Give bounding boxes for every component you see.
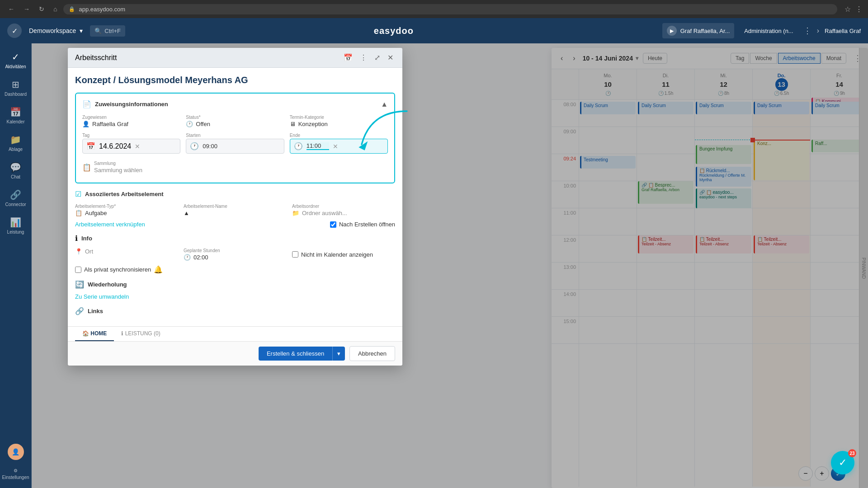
workspace-selector[interactable]: Demoworkspace ▾ [29, 27, 83, 34]
starten-input[interactable] [203, 143, 225, 150]
field-typ: Arbeitselement-Typ* 📋 Aufgabe [75, 204, 178, 216]
repeat-icon: 🔄 [75, 280, 84, 289]
serie-btn[interactable]: Zu Serie umwandeln [75, 293, 129, 300]
assoc-header: ☑ Assoziiertes Arbeitselement [75, 190, 395, 198]
tab-leistung[interactable]: ℹ LEISTUNG (0) [114, 327, 167, 341]
status-value: 🕐 Offen [186, 121, 284, 127]
dialog-more-btn[interactable]: ⋮ [358, 52, 369, 63]
tag-value: 14.6.2024 [99, 142, 131, 150]
date-clear-btn[interactable]: ✕ [135, 143, 140, 150]
leistung-icon: 📊 [10, 217, 21, 228]
assoc-title: Assoziiertes Arbeitselement [85, 191, 164, 197]
dialog-header-actions: 📅 ⋮ ⤢ ✕ [342, 52, 395, 63]
header-chevron: › [817, 27, 819, 35]
lock-icon: 🔒 [69, 6, 75, 12]
sidebar-item-kalender-label: Kalender [6, 119, 24, 124]
kalender-label: Nicht im Kalender anzeigen [301, 251, 373, 258]
info-header: ℹ Info [75, 234, 395, 243]
chat-icon: 💬 [10, 162, 21, 173]
sidebar-item-ablage[interactable]: 📁 Ablage [2, 130, 29, 156]
app-search[interactable]: 🔍 Ctrl+F [90, 25, 125, 37]
person-icon: 👤 [82, 121, 90, 127]
browser-star[interactable]: ☆ [844, 5, 851, 14]
erstellen-arrow-btn[interactable]: ▾ [332, 347, 345, 361]
dialog-header: Arbeitsschritt 📅 ⋮ ⤢ ✕ [68, 48, 402, 68]
starten-field[interactable]: 🕐 [186, 139, 284, 154]
fab-container: ✓ 23 [831, 451, 854, 474]
assoc-section: ☑ Assoziiertes Arbeitselement Arbeitsele… [75, 190, 395, 228]
link-btn[interactable]: Arbeitselement verknüpfen [75, 221, 145, 228]
header-username: Raffaella Graf [825, 28, 861, 34]
sync-checkbox[interactable] [75, 267, 81, 273]
sidebar-item-chat[interactable]: 💬 Chat [2, 157, 29, 184]
kalender-row: Nicht im Kalender anzeigen [292, 248, 395, 261]
sidebar-item-dashboard-label: Dashboard [5, 92, 27, 97]
ende-input[interactable] [307, 142, 329, 150]
sidebar-item-leistung[interactable]: 📊 Leistung [2, 212, 29, 239]
sync-row: Als privat synchronisieren 🔔 [75, 265, 395, 274]
info-title: Info [81, 235, 92, 242]
settings-label: Einstellungen [2, 475, 29, 480]
ordner-label: Arbeitsordner [292, 204, 395, 209]
sidebar-settings[interactable]: ⚙ Einstellungen [0, 465, 32, 483]
triangle-icon: ▲ [184, 210, 189, 216]
browser-back[interactable]: ← [5, 4, 17, 14]
sync-label: Als privat synchronisieren [84, 266, 151, 273]
browser-menu[interactable]: ⋮ [855, 5, 863, 14]
dialog-expand-btn[interactable]: ⤢ [373, 52, 382, 63]
header-user-label: Graf Raffaella, Ar... [680, 28, 730, 34]
date-field[interactable]: 📅 14.6.2024 ✕ [82, 139, 180, 154]
field-ende: Ende 🕐 ✕ [290, 133, 388, 154]
header-more-btn[interactable]: ⋮ [803, 26, 811, 36]
erstellen-btn[interactable]: Erstellen & schliessen [259, 347, 332, 361]
sidebar-item-dashboard[interactable]: ⊞ Dashboard [2, 75, 29, 101]
user-avatar[interactable]: 👤 [8, 444, 24, 460]
typ-label: Arbeitselement-Typ* [75, 204, 178, 209]
zugewiesen-label: Zugewiesen [82, 115, 180, 120]
section-collapse-btn[interactable]: ▲ [381, 100, 388, 108]
dialog-close-btn[interactable]: ✕ [386, 52, 395, 63]
sidebar-bottom: 👤 ⚙ Einstellungen [0, 444, 32, 488]
main-layout: ✓ Aktivitäten ⊞ Dashboard 📅 Kalender 📁 A… [0, 43, 868, 488]
sidebar-item-connector[interactable]: 🔗 Connector [2, 185, 29, 211]
browser-forward[interactable]: → [21, 4, 33, 14]
play-icon: ▶ [667, 26, 677, 36]
sidebar-item-connector-label: Connector [5, 202, 26, 207]
dialog-calendar-btn[interactable]: 📅 [342, 52, 354, 63]
home-icon: 🏠 [82, 330, 89, 337]
dialog-main-title: Konzept / Lösungsmodel Meyerhans AG [75, 75, 395, 85]
header-user-btn[interactable]: ▶ Graf Raffaella, Ar... [662, 23, 735, 38]
dashboard-icon: ⊞ [12, 79, 19, 90]
connector-icon: 🔗 [10, 189, 21, 200]
status-label: Status* [186, 115, 284, 120]
abbrechen-btn[interactable]: Abbrechen [349, 346, 395, 361]
sidebar-item-aktivitaeten[interactable]: ✓ Aktivitäten [2, 47, 29, 74]
settings-icon: ⚙ [14, 468, 18, 473]
links-title: Links [88, 308, 103, 314]
kalender-checkbox[interactable] [292, 251, 298, 258]
app-title: easydoo [132, 26, 655, 36]
ende-field[interactable]: 🕐 ✕ [290, 139, 388, 154]
checkbox-icon: ☑ [75, 190, 81, 198]
starten-label: Starten [186, 133, 284, 138]
fab-button[interactable]: ✓ 23 [831, 451, 854, 474]
sammlung-value[interactable]: Sammlung wählen [94, 167, 142, 174]
header-admin-btn[interactable]: Administration (n... [740, 25, 797, 37]
browser-bar: ← → ↻ ⌂ 🔒 app.easydoo.com ☆ ⋮ [0, 0, 868, 18]
sidebar-item-kalender[interactable]: 📅 Kalender [2, 102, 29, 129]
field-ordner: Arbeitsordner 📁 Ordner auswäh... [292, 204, 395, 216]
browser-home[interactable]: ⌂ [51, 4, 60, 14]
field-tag: Tag 📅 14.6.2024 ✕ [82, 133, 180, 154]
task-icon: 📋 [75, 210, 82, 216]
nach-erstellen-label: Nach Erstellen öffnen [339, 221, 395, 228]
name-value: ▲ [184, 210, 287, 216]
browser-address-bar[interactable]: 🔒 app.easydoo.com [63, 4, 837, 14]
ende-clear-btn[interactable]: ✕ [333, 143, 338, 150]
field-sammlung: 📋 Sammlung Sammlung wählen [82, 158, 388, 176]
tab-home[interactable]: 🏠 HOME [75, 327, 114, 341]
nach-erstellen-checkbox[interactable] [330, 221, 336, 228]
field-zugewiesen: Zugewiesen 👤 Raffaella Graf [82, 115, 180, 127]
app-logo-btn[interactable]: ✓ [7, 23, 22, 38]
link-icon: 🔗 [75, 307, 84, 315]
browser-refresh[interactable]: ↻ [36, 4, 47, 14]
